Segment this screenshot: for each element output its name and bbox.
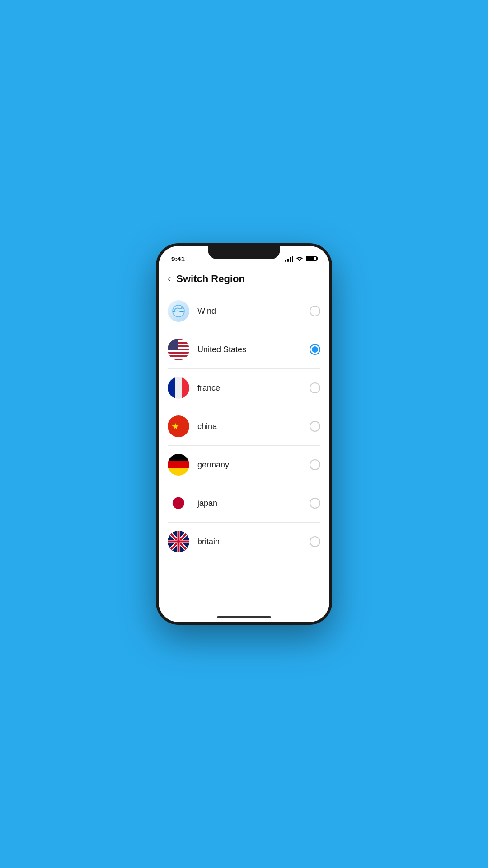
region-name-us: United States — [197, 345, 310, 354]
region-list: Wind United States france — [159, 292, 329, 561]
region-name-japan: japan — [197, 499, 310, 508]
region-name-wind: Wind — [197, 307, 310, 316]
header: ‹ Switch Region — [159, 266, 329, 292]
home-indicator — [217, 616, 271, 618]
wind-flag-icon — [168, 300, 189, 322]
notch — [208, 246, 280, 259]
region-item-wind[interactable]: Wind — [168, 292, 320, 330]
germany-flag-icon — [168, 454, 189, 476]
radio-japan[interactable] — [310, 498, 320, 509]
status-time: 9:41 — [171, 255, 185, 263]
battery-icon — [306, 256, 317, 261]
region-item-britain[interactable]: britain — [168, 523, 320, 561]
region-item-france[interactable]: france — [168, 369, 320, 407]
back-button[interactable]: ‹ — [168, 273, 171, 285]
region-item-japan[interactable]: japan — [168, 484, 320, 523]
radio-britain[interactable] — [310, 536, 320, 547]
region-item-china[interactable]: ★ china — [168, 407, 320, 446]
radio-wind[interactable] — [310, 306, 320, 316]
signal-icon — [285, 255, 293, 262]
phone-shell: 9:41 ‹ Switch — [156, 243, 332, 625]
region-name-china: china — [197, 422, 310, 431]
radio-germany[interactable] — [310, 459, 320, 470]
radio-china[interactable] — [310, 421, 320, 432]
us-flag-icon — [168, 339, 189, 360]
china-flag-icon: ★ — [168, 415, 189, 437]
region-name-germany: germany — [197, 460, 310, 470]
region-item-germany[interactable]: germany — [168, 446, 320, 484]
radio-us[interactable] — [310, 344, 320, 355]
page-title: Switch Region — [176, 273, 245, 285]
wifi-icon — [296, 255, 303, 262]
region-name-britain: britain — [197, 537, 310, 547]
radio-france[interactable] — [310, 382, 320, 393]
region-name-france: france — [197, 383, 310, 393]
britain-flag-icon — [168, 531, 189, 552]
japan-flag-icon — [168, 492, 189, 514]
france-flag-icon — [168, 377, 189, 399]
status-icons — [285, 255, 317, 262]
phone-inner: 9:41 ‹ Switch — [159, 246, 329, 622]
svg-rect-11 — [168, 541, 189, 543]
region-item-us[interactable]: United States — [168, 330, 320, 369]
